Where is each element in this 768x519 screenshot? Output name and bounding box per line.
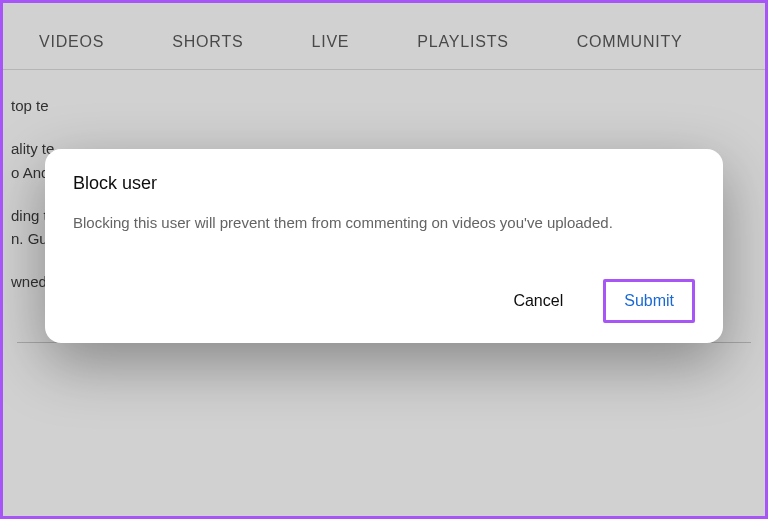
dialog-message: Blocking this user will prevent them fro… bbox=[73, 212, 695, 235]
block-user-dialog: Block user Blocking this user will preve… bbox=[45, 149, 723, 343]
submit-button[interactable]: Submit bbox=[603, 279, 695, 323]
dialog-actions: Cancel Submit bbox=[73, 279, 695, 323]
dialog-title: Block user bbox=[73, 173, 695, 194]
cancel-button[interactable]: Cancel bbox=[509, 282, 567, 320]
